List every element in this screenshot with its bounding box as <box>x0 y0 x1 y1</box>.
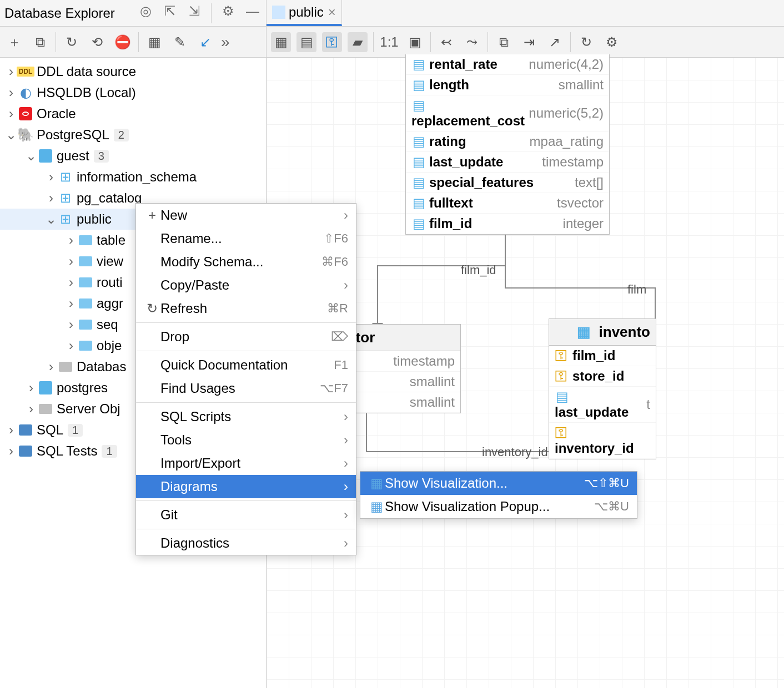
stop-icon[interactable]: ⛔ <box>113 32 133 52</box>
settings-icon[interactable]: ⚙ <box>220 3 236 19</box>
menu-item[interactable]: Git› <box>136 503 356 527</box>
schema-icon: ⊞ <box>58 211 73 227</box>
menu-item[interactable]: ↻Refresh⌘R <box>136 297 356 320</box>
tree-item-hsqldb[interactable]: ›◐ HSQLDB (Local) <box>0 82 266 103</box>
tab-public[interactable]: public × <box>267 0 342 26</box>
fit-icon[interactable]: ▣ <box>405 32 425 52</box>
menu-item[interactable]: Quick DocumentationF1 <box>136 353 356 377</box>
edit-icon[interactable]: ✎ <box>170 32 190 52</box>
key-columns-icon[interactable]: ▦ <box>271 32 291 52</box>
comment-icon[interactable]: ▰ <box>348 32 368 52</box>
folder-icon <box>78 254 93 269</box>
oracle-icon <box>19 107 32 120</box>
tree-item-guest[interactable]: ⌄ guest 3 <box>0 145 266 166</box>
column-icon: ▤ <box>411 175 426 190</box>
entity-inventory[interactable]: ▦invento⚿film_id⚿store_id▤last_updatet⚿i… <box>549 318 656 459</box>
menu-item[interactable]: Tools› <box>136 428 356 452</box>
diagram-icon: ▦ <box>368 475 385 491</box>
menu-item[interactable]: Find Usages⌥F7 <box>136 377 356 400</box>
column-row: ▤special_featurestext[] <box>406 173 609 193</box>
folder-icon <box>58 359 73 375</box>
folder-icon <box>78 338 93 353</box>
hsqldb-icon: ◐ <box>18 85 33 100</box>
export-icon[interactable]: ↗ <box>545 32 565 52</box>
chevron-right-icon: › <box>344 456 348 471</box>
relation-label: inventory_id <box>482 445 548 459</box>
column-row: ⚿inventory_id <box>549 423 656 459</box>
column-row: ⚿film_id <box>549 346 656 366</box>
database-icon <box>38 148 53 164</box>
copy-icon[interactable]: ⧉ <box>494 32 514 52</box>
menu-item[interactable]: ▦Show Visualization Popup...⌥⌘U <box>360 495 637 518</box>
collapse-icon[interactable]: ⇲ <box>187 3 202 19</box>
close-icon[interactable]: × <box>328 4 336 20</box>
sync-icon[interactable]: ⟲ <box>87 32 107 52</box>
count-badge: 1 <box>102 445 117 458</box>
route-icon[interactable]: ↢ <box>436 32 456 52</box>
folder-icon <box>78 317 93 332</box>
chevron-right-icon: › <box>344 507 348 523</box>
column-row: ▤ratingmpaa_rating <box>406 131 609 152</box>
indent-icon[interactable]: ⇥ <box>519 32 539 52</box>
context-menu: +New›Rename...⇧F6Modify Schema...⌘F6Copy… <box>135 203 356 555</box>
column-row: ▤last_updatetimestamp <box>406 152 609 173</box>
sql-folder-icon <box>18 422 33 438</box>
duplicate-icon[interactable]: ⧉ <box>30 32 50 52</box>
entity-film[interactable]: ▤rental_ratenumeric(4,2)▤lengthsmallint▤… <box>405 54 610 235</box>
column-icon: ▤ <box>411 195 426 211</box>
schema-icon <box>272 6 285 19</box>
menu-item[interactable]: Diagrams› <box>136 475 356 498</box>
table-icon[interactable]: ▦ <box>144 32 164 52</box>
key-icon[interactable]: ⚿ <box>322 32 342 52</box>
column-row: ▤rental_ratenumeric(4,2) <box>406 54 609 75</box>
gear-icon[interactable]: ⚙ <box>602 32 622 52</box>
chevron-right-icon: › <box>344 208 348 223</box>
column-icon: ▤ <box>411 98 426 113</box>
all-columns-icon[interactable]: ▤ <box>296 32 316 52</box>
tree-item-information-schema[interactable]: ›⊞ information_schema <box>0 166 266 188</box>
column-row: ▤lengthsmallint <box>406 75 609 95</box>
menu-item[interactable]: SQL Scripts› <box>136 405 356 428</box>
tab-label: public <box>289 4 324 20</box>
chevron-right-icon: › <box>344 277 348 293</box>
jump-icon[interactable]: ↙ <box>195 32 215 52</box>
chevron-right-icon: › <box>344 409 348 424</box>
menu-item[interactable]: Diagnostics› <box>136 532 356 555</box>
menu-item[interactable]: ▦Show Visualization...⌥⇧⌘U <box>360 472 637 495</box>
chevron-right-icon: › <box>344 479 348 494</box>
folder-icon <box>78 232 93 248</box>
database-icon <box>38 380 53 396</box>
folder-icon <box>38 401 53 417</box>
tree-item-ddl[interactable]: ›DDL DDL data source <box>0 61 266 82</box>
menu-item[interactable]: Rename...⇧F6 <box>136 227 356 250</box>
refresh-icon[interactable]: ↻ <box>62 32 82 52</box>
sql-folder-icon <box>18 443 33 459</box>
key-icon: ⚿ <box>555 425 569 441</box>
layout-icon[interactable]: ⤳ <box>462 32 482 52</box>
column-row: ⚿store_id <box>549 366 656 387</box>
key-icon: ⚿ <box>555 368 569 384</box>
column-icon: ▤ <box>555 389 569 404</box>
column-row: ▤last_updatet <box>549 387 656 423</box>
menu-item[interactable]: Modify Schema...⌘F6 <box>136 250 356 274</box>
add-icon[interactable]: ＋ <box>4 32 24 52</box>
onetoone-icon[interactable]: 1:1 <box>379 32 399 52</box>
menu-icon: ↻ <box>144 301 160 316</box>
postgresql-icon: 🐘 <box>18 127 33 143</box>
reload-icon[interactable]: ↻ <box>576 32 596 52</box>
relation-label: film <box>627 282 646 297</box>
column-row: ▤fulltexttsvector <box>406 193 609 214</box>
tree-item-postgresql[interactable]: ⌄🐘 PostgreSQL 2 <box>0 124 266 145</box>
more-icon[interactable]: » <box>221 33 230 51</box>
context-submenu: ▦Show Visualization...⌥⇧⌘U▦Show Visualiz… <box>360 471 637 519</box>
count-badge: 1 <box>68 424 83 437</box>
menu-item[interactable]: Import/Export› <box>136 452 356 475</box>
menu-item[interactable]: Drop⌦ <box>136 325 356 348</box>
column-row: ▤replacement_costnumeric(5,2) <box>406 95 609 131</box>
menu-item[interactable]: Copy/Paste› <box>136 274 356 297</box>
tree-item-oracle[interactable]: › Oracle <box>0 103 266 124</box>
expand-icon[interactable]: ⇱ <box>162 3 178 19</box>
scroll-target-icon[interactable]: ◎ <box>138 3 153 19</box>
menu-item[interactable]: +New› <box>136 204 356 227</box>
minimize-icon[interactable]: — <box>245 3 260 19</box>
